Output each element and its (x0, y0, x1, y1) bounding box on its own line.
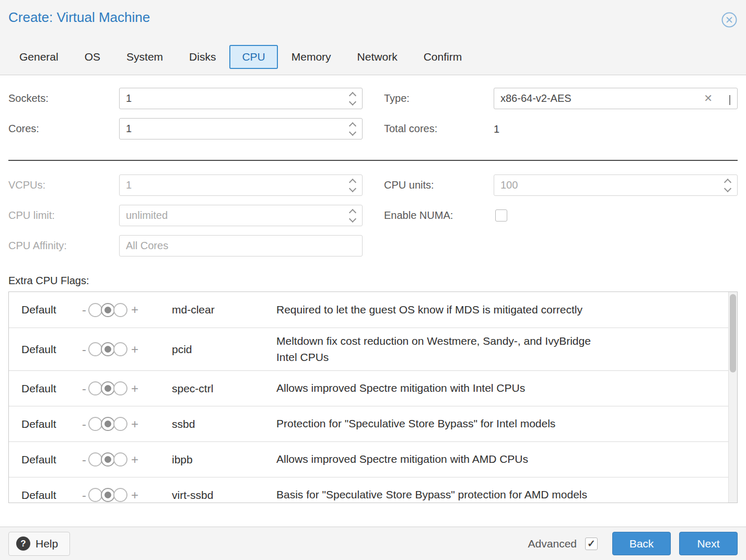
cpu-limit-input[interactable] (119, 205, 363, 226)
cpu-affinity-field (119, 235, 363, 256)
slider-position-default[interactable] (101, 417, 115, 431)
slider-position-on[interactable] (113, 417, 127, 431)
flag-row: Default - + md-clear Required to let the… (9, 292, 737, 328)
next-button[interactable]: Next (679, 532, 738, 555)
spinner-down-icon[interactable] (724, 184, 731, 192)
dialog-title: Create: Virtual Machine (8, 9, 150, 26)
slider-position-on[interactable] (113, 342, 127, 356)
cpu-units-label: CPU units: (384, 174, 434, 196)
slider-minus-icon[interactable]: - (82, 488, 86, 503)
flag-name: virt-ssbd (172, 489, 276, 501)
slider-minus-icon[interactable]: - (82, 417, 86, 431)
section-divider (8, 160, 738, 161)
slider-plus-icon[interactable]: + (131, 302, 138, 317)
back-button[interactable]: Back (612, 532, 671, 555)
slider-position-default[interactable] (101, 303, 115, 317)
slider-minus-icon[interactable]: - (82, 381, 86, 396)
slider-plus-icon[interactable]: + (131, 417, 138, 431)
flag-name: ibpb (172, 453, 276, 466)
slider-selected-dot (104, 385, 111, 392)
chevron-down-icon[interactable] (729, 95, 730, 104)
flag-state-label: Default (9, 489, 82, 501)
close-icon[interactable] (721, 11, 738, 28)
sockets-input[interactable] (119, 88, 363, 109)
vcpus-field (119, 174, 363, 196)
flag-tristate-slider: - + (82, 302, 172, 317)
sockets-label: Sockets: (8, 88, 49, 109)
flag-state-label: Default (9, 453, 82, 466)
advanced-checkbox[interactable]: ✓ (585, 538, 598, 550)
total-cores-label: Total cores: (384, 118, 437, 139)
tab-network[interactable]: Network (345, 45, 410, 69)
cpu-units-spinner[interactable] (718, 175, 737, 195)
slider-plus-icon[interactable]: + (131, 381, 138, 396)
cores-input[interactable] (119, 118, 363, 139)
cpu-limit-spinner[interactable] (343, 205, 362, 226)
slider-plus-icon[interactable]: + (131, 342, 138, 357)
vcpus-input[interactable] (119, 174, 363, 196)
cores-spinner[interactable] (343, 119, 362, 139)
slider-position-on[interactable] (113, 452, 127, 466)
slider-position-off[interactable] (88, 342, 102, 356)
slider-selected-dot (104, 346, 111, 353)
help-button[interactable]: ? Help (8, 532, 70, 556)
slider-position-on[interactable] (113, 381, 127, 395)
slider-position-on[interactable] (113, 488, 127, 502)
tab-system[interactable]: System (114, 45, 176, 69)
slider-plus-icon[interactable]: + (131, 488, 138, 503)
slider-position-default[interactable] (101, 488, 115, 502)
spinner-down-icon[interactable] (349, 98, 356, 105)
slider-minus-icon[interactable]: - (82, 452, 86, 467)
flag-row: Default - + ibpb Allows improved Spectre… (9, 441, 737, 477)
total-cores-value: 1 (494, 123, 499, 135)
cpu-affinity-input[interactable] (119, 235, 363, 256)
vcpus-spinner[interactable] (343, 175, 362, 195)
slider-minus-icon[interactable]: - (82, 302, 86, 317)
enable-numa-label: Enable NUMA: (384, 205, 453, 226)
slider-position-default[interactable] (101, 342, 115, 356)
flag-name: md-clear (172, 304, 276, 316)
tab-cpu[interactable]: CPU (229, 45, 277, 69)
cpu-units-field (494, 174, 738, 196)
flag-description: Protection for "Speculative Store Bypass… (276, 416, 737, 431)
help-button-label: Help (36, 538, 58, 550)
flag-state-label: Default (9, 343, 82, 356)
enable-numa-checkbox[interactable] (495, 209, 507, 221)
flag-state-label: Default (9, 382, 82, 395)
slider-position-default[interactable] (101, 452, 115, 466)
type-combo-input[interactable] (494, 88, 738, 109)
tab-disks[interactable]: Disks (177, 45, 228, 69)
flag-name: ssbd (172, 418, 276, 430)
cpu-units-input[interactable] (494, 174, 738, 196)
scrollbar-track[interactable] (728, 292, 737, 503)
slider-position-off[interactable] (88, 452, 102, 466)
tab-general[interactable]: General (7, 45, 71, 69)
slider-minus-icon[interactable]: - (82, 342, 86, 357)
flag-row: Default - + virt-ssbd Basis for "Specula… (9, 477, 737, 503)
spinner-down-icon[interactable] (349, 184, 356, 192)
tab-os[interactable]: OS (72, 45, 113, 69)
flag-state-label: Default (9, 304, 82, 316)
slider-position-off[interactable] (88, 303, 102, 317)
slider-position-off[interactable] (88, 417, 102, 431)
flag-tristate-slider: - + (82, 488, 172, 503)
tab-confirm[interactable]: Confirm (411, 45, 475, 69)
slider-selected-dot (104, 307, 111, 313)
dialog-footer: ? Help Advanced ✓ Back Next (0, 527, 746, 560)
slider-position-off[interactable] (88, 381, 102, 395)
spinner-down-icon[interactable] (349, 128, 356, 135)
slider-position-default[interactable] (101, 381, 115, 395)
clear-icon[interactable]: ✕ (704, 92, 713, 104)
flag-description: Allows improved Spectre mitigation with … (276, 451, 737, 467)
slider-plus-icon[interactable]: + (131, 452, 138, 467)
sockets-spinner[interactable] (343, 88, 362, 109)
cpu-limit-label: CPU limit: (8, 205, 55, 226)
flag-description: Required to let the guest OS know if MDS… (276, 302, 737, 318)
spinner-down-icon[interactable] (349, 215, 356, 222)
flag-description: Allows improved Spectre mitigation with … (276, 380, 737, 396)
scrollbar-thumb[interactable] (730, 294, 736, 372)
cpu-limit-field (119, 205, 363, 226)
slider-position-on[interactable] (113, 303, 127, 317)
tab-memory[interactable]: Memory (279, 45, 344, 69)
slider-position-off[interactable] (88, 488, 102, 502)
